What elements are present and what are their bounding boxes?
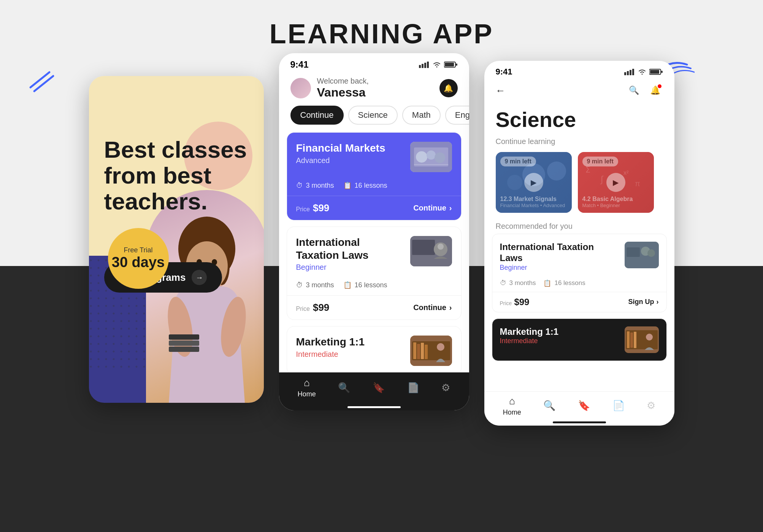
nav-home-3[interactable]: ⌂ Home [503, 395, 521, 416]
course-card-2: International Taxation Laws Beginner [287, 226, 462, 320]
course-info-2: International Taxation Laws Beginner [296, 236, 404, 272]
tab-science[interactable]: Science [348, 106, 398, 125]
continue-card-1[interactable]: 9 min left ▶ 12.3 Market Signals Financi… [496, 152, 572, 213]
notes-icon-3: 📄 [612, 400, 625, 412]
nav-saved[interactable]: 🔖 [373, 382, 385, 394]
nav-home[interactable]: ⌂ Home [298, 377, 316, 398]
course-image-2 [410, 236, 452, 266]
duration-meta-2: ⏱ 3 months [296, 281, 334, 289]
nav-settings[interactable]: ⚙ [441, 382, 450, 394]
nav-search-3[interactable]: 🔍 [543, 400, 555, 412]
svg-rect-9 [169, 347, 199, 352]
phone2-tabs: Continue Science Math English [279, 106, 469, 132]
course-title: Financial Markets [296, 142, 404, 155]
svg-rect-40 [624, 72, 626, 75]
rec-title-1: International Taxation Laws [500, 242, 619, 264]
svg-rect-36 [417, 344, 420, 359]
deco-lines-left [23, 68, 57, 95]
phone3-topbar: ← 🔍 🔔 [484, 80, 674, 104]
person-photo [146, 190, 264, 403]
lessons-icon-rec1: 📋 [543, 279, 551, 287]
rec-duration-1: ⏱ 3 months [500, 279, 536, 287]
welcome-text: Welcome back, [317, 77, 369, 86]
course-meta-2: ⏱ 3 months 📋 16 lessons [287, 281, 461, 295]
signal-icon [419, 61, 430, 68]
svg-rect-22 [456, 63, 457, 66]
phone3-status-bar: 9:41 [484, 61, 674, 80]
phone2-bottom-nav: ⌂ Home 🔍 🔖 📄 ⚙ [279, 372, 469, 410]
course-image-3 [410, 336, 452, 366]
rec-meta-1: ⏱ 3 months 📋 16 lessons [492, 279, 666, 292]
person-figure [146, 190, 264, 403]
nav-indicator [347, 406, 401, 408]
svg-text:∑: ∑ [585, 165, 590, 173]
course-info-3: Marketing 1:1 Intermediate [296, 336, 404, 359]
course-card-inner: Financial Markets Advanced [287, 133, 461, 181]
rec-footer-1: Price $99 Sign Up › [492, 292, 666, 312]
action-label-2: Continue [413, 303, 446, 312]
course-title-3: Marketing 1:1 [296, 336, 404, 348]
status-time-3: 9:41 [496, 67, 512, 77]
tab-continue[interactable]: Continue [290, 106, 344, 125]
search-icon: 🔍 [338, 382, 350, 394]
svg-text:π: π [635, 179, 640, 188]
rec-image-2 [625, 326, 659, 353]
nav-notes[interactable]: 📄 [407, 382, 419, 394]
svg-point-65 [646, 334, 653, 340]
svg-rect-45 [650, 70, 659, 74]
svg-rect-37 [421, 343, 424, 359]
wifi-icon-3 [638, 69, 646, 75]
phone-2: 9:41 [279, 53, 469, 410]
wifi-icon [433, 62, 441, 68]
nav-settings-3[interactable]: ⚙ [647, 400, 655, 412]
duration-meta: ⏱ 3 months [296, 181, 334, 190]
nav-saved-3[interactable]: 🔖 [578, 400, 590, 412]
svg-rect-17 [422, 64, 424, 68]
signal-icon-3 [624, 68, 635, 75]
notes-icon: 📄 [407, 382, 419, 394]
signup-button-1[interactable]: Sign Up › [628, 298, 659, 306]
phone-1: Best classes from best teachers. See Pro… [89, 76, 264, 403]
card-bg-1 [496, 152, 572, 213]
rec-card-inner-1: International Taxation Laws Beginner [492, 234, 666, 279]
tab-english[interactable]: English [445, 106, 469, 125]
continue-button[interactable]: Continue › [413, 204, 452, 212]
svg-point-27 [435, 152, 445, 163]
hero-text: Best classes from best teachers. [104, 137, 249, 215]
nav-home-label: Home [298, 390, 316, 398]
nav-search[interactable]: 🔍 [338, 382, 350, 394]
rec-image-1 [625, 242, 659, 268]
svg-rect-18 [424, 63, 426, 68]
svg-point-58 [647, 249, 655, 257]
continue-card-2[interactable]: 9 min left ▶ 4.2 Basic Algebra Match • B… [578, 152, 654, 213]
price-value: $99 [313, 202, 329, 214]
search-button[interactable]: 🔍 [627, 83, 642, 98]
settings-icon: ⚙ [441, 382, 450, 394]
svg-rect-51 [578, 152, 654, 213]
tab-math[interactable]: Math [402, 106, 441, 125]
username-text: Vanessa [317, 86, 369, 100]
home-icon-3: ⌂ [509, 395, 515, 407]
svg-point-49 [507, 175, 522, 190]
svg-point-50 [547, 162, 566, 180]
settings-icon-3: ⚙ [647, 400, 655, 412]
svg-rect-8 [169, 340, 199, 346]
svg-rect-41 [627, 71, 629, 75]
continue-learning-label: Continue learning [484, 134, 674, 149]
svg-text:∫: ∫ [600, 174, 604, 185]
notification-dot [658, 84, 661, 88]
svg-line-1 [34, 76, 53, 91]
phone1-hero-text: Best classes from best teachers. [104, 137, 249, 215]
rec-info-2: Marketing 1:1 Intermediate [500, 326, 619, 345]
course-footer-2: Price $99 Continue › [287, 295, 461, 320]
notification-button[interactable]: 🔔 [439, 79, 458, 97]
nav-notes-3[interactable]: 📄 [612, 400, 625, 412]
clock-icon-rec1: ⏱ [500, 279, 506, 287]
notification-button-3[interactable]: 🔔 [648, 83, 663, 98]
rec-level-2: Intermediate [500, 337, 619, 345]
course-card-featured: Financial Markets Advanced [287, 132, 462, 220]
continue-button-2[interactable]: Continue › [413, 303, 452, 312]
back-button[interactable]: ← [496, 85, 506, 97]
rec-info-1: International Taxation Laws Beginner [500, 242, 619, 272]
svg-rect-42 [630, 70, 631, 75]
